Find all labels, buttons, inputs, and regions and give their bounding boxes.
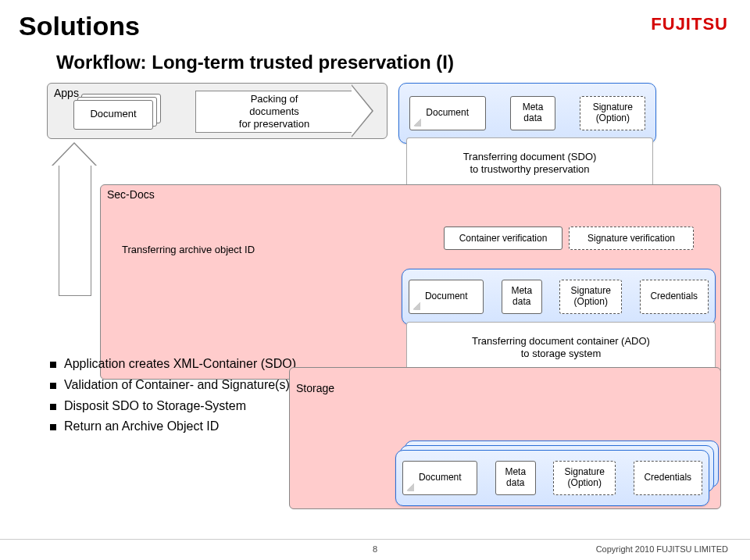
ado-container: Document Meta data Signature (Option) Cr… [395,450,709,506]
copyright: Copyright 2010 FUJITSU LIMITED [596,544,728,554]
ado-stack: Document Meta data Signature (Option) Cr… [395,441,711,500]
signature-chip: Signature (Option) [580,96,645,130]
document-chip: Document [409,280,484,314]
footer-rule [0,539,750,540]
packing-arrow: Packing of documents for preservation [195,84,383,136]
subtitle: Workflow: Long-term trusted preservation… [56,52,454,73]
document-label: Document [73,100,153,130]
page-number: 8 [373,544,377,554]
footer: 8 Copyright 2010 FUJITSU LIMITED [0,544,750,554]
storage-label: Storage [296,382,334,394]
document-chip: Document [409,96,486,130]
archive-id-arrow [52,142,97,295]
transfer-ado-label: Transferring document container (ADO) to… [406,322,716,373]
archive-id-label: Transferring archive object ID [122,244,255,255]
arrow-body [59,166,91,296]
document-stack-icon: Document [73,94,159,127]
fujitsu-logo: FUJITSU [651,14,728,34]
list-item: Return an Archive Object ID [50,419,300,435]
sdo-container-top: Document Meta data Signature (Option) [398,83,656,144]
credentials-chip: Credentials [640,280,709,314]
bullet-list: Application creates XML-Container (SDO) … [19,356,300,440]
list-item: Disposit SDO to Storage-System [50,398,300,415]
credentials-chip: Credentials [634,461,702,495]
metadata-chip: Meta data [510,96,555,130]
packing-arrow-label: Packing of documents for preservation [195,91,352,133]
metadata-chip: Meta data [502,280,542,314]
sdo-container-mid: Document Meta data Signature (Option) Cr… [402,269,716,325]
signature-chip: Signature (Option) [553,461,616,495]
container-verification-chip: Container verification [444,226,562,250]
metadata-chip: Meta data [495,461,536,495]
secdocs-label: Sec-Docs [107,188,155,201]
page-title: Solutions [19,11,140,41]
document-chip: Document [402,461,477,495]
arrow-up-icon [52,142,97,166]
signature-chip: Signature (Option) [559,280,622,314]
logo-text: FUJITSU [651,14,728,34]
signature-verification-chip: Signature verification [569,226,694,250]
list-item: Validation of Container- and Signature(s… [50,377,300,394]
list-item: Application creates XML-Container (SDO) [50,356,300,373]
arrow-right-icon [352,84,373,137]
transfer-sdo-label: Transferring document (SDO) to trustwort… [406,137,653,188]
